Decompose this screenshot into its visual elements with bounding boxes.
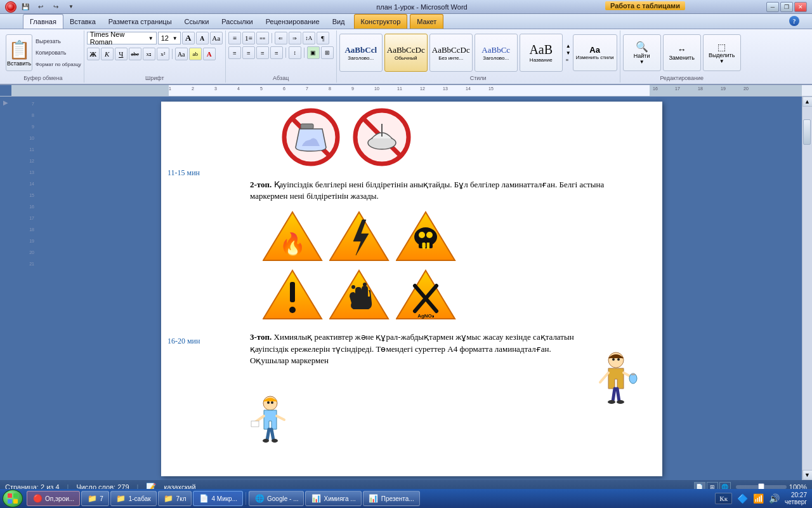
tab-maket[interactable]: Макет [410,14,443,29]
sound-icon[interactable]: 🔊 [769,493,780,504]
tab-insert[interactable]: Вставка [63,15,102,29]
scroll-thumb[interactable] [803,119,811,145]
tab-view[interactable]: Вид [326,15,351,29]
tab-review[interactable]: Рецензирование [259,15,326,29]
tab-constructor[interactable]: Конструктор [354,14,408,29]
style-heading1[interactable]: AaBbCcl Заголово... [339,34,383,72]
strikethrough-btn[interactable]: abc [129,48,141,60]
taskbar-item-7[interactable]: 📊 Презента... [363,491,420,506]
taskbar-icon-0: 🔴 [32,493,43,504]
tab-refs[interactable]: Ссылки [178,15,216,29]
style-heading2[interactable]: AaBbCc Заголово... [475,34,518,72]
group3-text: Химиялық реактивтер және құрал-жабдықтар… [250,332,574,364]
align-left-btn[interactable]: ≡ [228,46,241,59]
qa-dropdown[interactable]: ▼ [65,1,77,13]
font-name-box[interactable]: Times New Roman ▼ [87,32,157,44]
no-sign-1-svg [282,108,340,166]
sort-btn[interactable]: ↕A [303,32,315,44]
ruler-mark-17: 17 [675,86,680,91]
decrease-indent-btn[interactable]: ⇐ [275,32,287,44]
tab-mailings[interactable]: Рассылки [215,15,259,29]
svg-rect-56 [13,499,18,504]
taskbar-item-3[interactable]: 📁 7кл [158,491,192,506]
network-icon[interactable]: 📶 [753,493,764,504]
taskbar-item-1[interactable]: 📁 7 [81,491,109,506]
font-shrink-btn[interactable]: A [196,32,209,44]
style-normal[interactable]: AaBbCcDc Обычный [384,34,428,72]
change-styles-btn[interactable]: Aa Изменить стили [573,34,617,71]
start-button[interactable] [3,490,23,507]
font-name-dropdown[interactable]: ▼ [148,36,154,41]
shading-btn[interactable]: ▣ [307,46,320,59]
align-center-btn[interactable]: ≡ [242,46,255,59]
highlight-btn[interactable]: ab [189,48,202,60]
select-dropdown[interactable]: ▼ [719,58,724,64]
cartoon-left-svg [250,394,291,448]
style-no-spacing[interactable]: AaBbCcDc Без инте... [429,34,473,72]
taskbar-item-5[interactable]: 🌐 Google - ... [249,491,304,506]
paragraph-controls: ≡ 1≡ ≡≡ ⇐ ⇒ ↕A ¶ ≡ ≡ ≡ ≡ ↕ ▣ ⊞ [228,32,334,74]
title-bar: 💾 ↩ ↪ ▼ план 1-урок - Microsoft Word Раб… [0,0,812,14]
font-size-box[interactable]: 12 ▼ [158,32,181,44]
main-area: ▶ 7 8 9 10 11 12 13 14 15 16 17 18 19 20… [0,97,812,480]
borders-btn[interactable]: ⊞ [321,46,334,59]
underline-btn[interactable]: Ч [115,48,128,60]
superscript-btn[interactable]: x² [157,48,169,60]
clear-format-btn[interactable]: Aa [210,32,223,44]
close-btn[interactable]: ✕ [794,2,807,12]
numbering-btn[interactable]: 1≡ [242,32,255,44]
minimize-btn[interactable]: ─ [766,2,779,12]
cut-btn[interactable]: Вырезать [36,36,81,46]
keyboard-lang-btn[interactable]: Кк [715,493,732,504]
font-size-dropdown[interactable]: ▼ [173,36,178,41]
italic-btn[interactable]: К [101,48,114,60]
font-color-btn[interactable]: А [203,48,216,60]
paste-button[interactable]: 📋 Вставить [6,34,32,71]
styles-label: Стили [339,74,617,81]
scroll-down-btn[interactable]: ▼ [802,470,813,480]
taskbar-icon-5: 🌐 [254,493,265,504]
line-spacing-btn[interactable]: ↕ [289,46,301,59]
styles-up[interactable]: ▲ [566,43,571,49]
document-page: 11-15 мин 16-20 мин [161,102,662,476]
scroll-up-btn[interactable]: ▲ [802,97,813,107]
svg-rect-45 [251,421,259,427]
find-label: Найти [634,53,650,59]
bullets-btn[interactable]: ≡ [228,32,241,44]
font-grow-btn[interactable]: A [182,32,195,44]
justify-btn[interactable]: ≡ [270,46,283,59]
undo-btn[interactable]: ↩ [34,1,47,13]
document-scroll[interactable]: 7 8 9 10 11 12 13 14 15 16 17 18 19 20 2… [11,97,812,480]
find-btn[interactable]: 🔍 Найти ▼ [623,34,661,71]
line-14: 14 [23,182,36,193]
tab-layout[interactable]: Разметка страницы [102,15,178,29]
styles-more[interactable]: ≡ [566,57,571,63]
help-btn[interactable]: ? [789,16,799,26]
tab-home[interactable]: Главная [23,14,63,29]
bluetooth-icon[interactable]: 🔷 [737,493,748,504]
style-title[interactable]: AaB Название [520,34,563,72]
copy-btn[interactable]: Копировать [36,48,81,58]
taskbar-item-4[interactable]: 📄 4 Микр... [193,491,243,506]
align-right-btn[interactable]: ≡ [256,46,269,59]
ruler: 1 2 3 4 5 6 7 8 9 10 11 12 13 14 15 16 1… [0,85,812,97]
multilevel-btn[interactable]: ≡≡ [256,32,269,44]
replace-btn[interactable]: ↔ Заменить [663,34,701,71]
taskbar-item-0[interactable]: 🔴 Оп,эрои... [27,491,80,506]
change-case-btn[interactable]: Аа [175,48,188,60]
redo-btn[interactable]: ↪ [49,1,62,13]
taskbar-item-2[interactable]: 📁 1-сабак [110,491,157,506]
office-orb[interactable] [5,1,16,13]
increase-indent-btn[interactable]: ⇒ [289,32,301,44]
save-btn[interactable]: 💾 [19,1,32,13]
taskbar-item-6[interactable]: 📊 Химияга ... [305,491,361,506]
find-dropdown[interactable]: ▼ [639,59,645,65]
format-painter-btn[interactable]: Формат по образцу [36,59,81,69]
restore-btn[interactable]: ❐ [780,2,793,12]
subscript-btn[interactable]: x₂ [143,48,155,60]
show-marks-btn[interactable]: ¶ [317,32,329,44]
scroll-track[interactable] [802,107,812,470]
styles-down[interactable]: ▼ [566,50,571,56]
bold-btn[interactable]: Ж [87,48,100,60]
select-btn[interactable]: ⬚ Выделить ▼ [703,34,741,71]
